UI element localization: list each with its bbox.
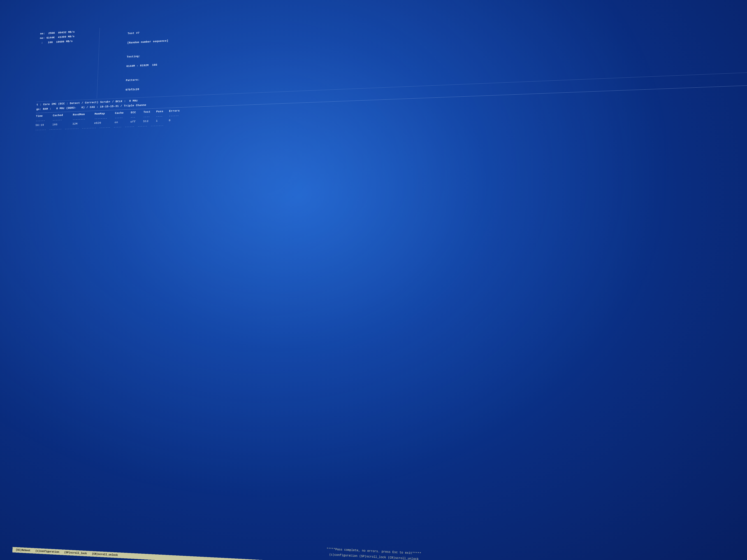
dash-pass: ---- <box>156 114 169 119</box>
dash-ecc: --- <box>131 115 144 120</box>
cell-rsvdmem: 32M <box>72 121 94 126</box>
cell-time: 56:19 <box>35 123 52 128</box>
col-header-memmap: MemMap <box>95 111 115 116</box>
pattern-value: 97bf2c20 <box>126 88 139 91</box>
testing-value: 6144M - 8192M 16G <box>126 63 157 68</box>
col-header-errors: Errors <box>169 108 185 114</box>
cell-ecc: off <box>130 119 143 124</box>
left-speeds: ne: 256K 80432 MB/s ne: 6144K 41399 MB/s… <box>37 29 92 101</box>
cell-cached: 16G <box>52 122 73 127</box>
screen-content: ne: 256K 80432 MB/s ne: 6144K 41399 MB/s… <box>12 0 747 560</box>
cell-cache: on <box>114 120 131 125</box>
testing-label: Testing: <box>127 55 140 58</box>
status-scroll-lock[interactable]: (SP)scroll_lock <box>64 551 87 555</box>
col-header-cached: Cached <box>53 113 73 118</box>
monitor-screen: ne: 256K 80432 MB/s ne: 6144K 41399 MB/s… <box>0 0 747 560</box>
cell-memmap: e820 <box>94 120 115 126</box>
status-config[interactable]: (c)configuration <box>35 549 59 554</box>
status-scroll-unlock[interactable]: (CR)scroll_unlock <box>92 552 118 557</box>
cell-test: Std <box>143 119 156 124</box>
col-header-time: Time <box>36 113 53 118</box>
col-header-rsvdmem: RsvdMem <box>73 112 95 117</box>
test-type: [Random number sequence] <box>127 39 169 45</box>
dash-time: ------ <box>35 118 53 123</box>
dash-test: ---- <box>143 114 156 119</box>
col-header-ecc: ECC <box>131 110 144 115</box>
col-header-cache: Cache <box>115 110 131 115</box>
main-area: ne: 256K 80432 MB/s ne: 6144K 41399 MB/s… <box>33 0 747 132</box>
status-reboot[interactable]: (SC)Reboot <box>16 548 30 552</box>
cell-pass: 1 <box>156 118 169 124</box>
test-number: Test #7 <box>128 31 139 35</box>
vertical-divider <box>97 28 100 98</box>
pattern-label: Pattern: <box>126 78 139 82</box>
col-header-pass: Pass <box>156 109 169 114</box>
col-header-test: Test <box>143 109 156 115</box>
dash-errors: ------ <box>169 113 185 118</box>
dash-cache: ----- <box>115 115 131 120</box>
cell-errors: 0 <box>169 118 185 123</box>
